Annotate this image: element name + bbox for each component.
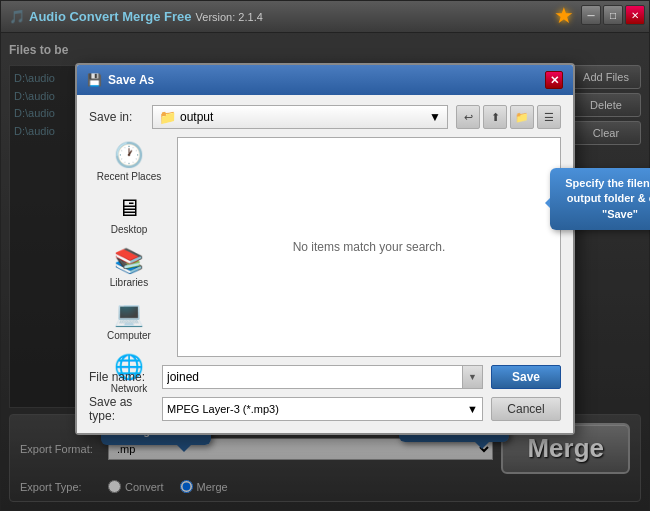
star-icon: ★	[554, 3, 574, 29]
close-button[interactable]: ✕	[625, 5, 645, 25]
nav-up-button[interactable]: ⬆	[483, 105, 507, 129]
dialog-title-bar: 💾 Save As ✕	[77, 65, 573, 95]
nav-buttons: ↩ ⬆ 📁 ☰	[456, 105, 561, 129]
folder-icon: 📁	[159, 109, 176, 125]
libraries-icon: 📚	[114, 247, 144, 275]
libraries-label: Libraries	[110, 277, 148, 288]
filename-input-wrap: ▼	[162, 365, 483, 389]
title-bar-controls: ─ □ ✕	[581, 5, 645, 25]
savetype-dropdown-icon: ▼	[467, 403, 478, 415]
filename-label: File name:	[89, 370, 154, 384]
recent-places-icon: 🕐	[114, 141, 144, 169]
savetype-combo[interactable]: MPEG Layer-3 (*.mp3) ▼	[162, 397, 483, 421]
savetype-label: Save as type:	[89, 395, 154, 423]
computer-label: Computer	[107, 330, 151, 341]
save-in-label: Save in:	[89, 110, 144, 124]
save-in-combo[interactable]: 📁 output ▼	[152, 105, 448, 129]
desktop-icon: 🖥	[117, 194, 141, 222]
dialog-sidebar: 🕐 Recent Places 🖥 Desktop 📚 Libraries	[89, 137, 169, 357]
dialog-title-text: Save As	[108, 73, 154, 87]
save-in-row: Save in: 📁 output ▼ ↩ ⬆ 📁 ☰	[89, 105, 561, 129]
no-items-text: No items match your search.	[293, 240, 446, 254]
title-bar: 🎵 Audio Convert Merge Free Version: 2.1.…	[1, 1, 649, 33]
nav-back-button[interactable]: ↩	[456, 105, 480, 129]
minimize-button[interactable]: ─	[581, 5, 601, 25]
app-window: 🎵 Audio Convert Merge Free Version: 2.1.…	[0, 0, 650, 511]
dialog-body: Save in: 📁 output ▼ ↩ ⬆ 📁 ☰	[77, 95, 573, 433]
dialog-title-left: 💾 Save As	[87, 73, 154, 87]
places-libraries[interactable]: 📚 Libraries	[89, 243, 169, 292]
dialog-title-icon: 💾	[87, 73, 102, 87]
dialog-main: 🕐 Recent Places 🖥 Desktop 📚 Libraries	[89, 137, 561, 357]
nav-new-folder-button[interactable]: 📁	[510, 105, 534, 129]
combo-dropdown-icon: ▼	[429, 110, 441, 124]
places-recent[interactable]: 🕐 Recent Places	[89, 137, 169, 186]
save-as-dialog: 💾 Save As ✕ Save in: 📁 output	[75, 63, 575, 435]
app-body: Files to be D:\audio D:\audio D:\audio D…	[1, 33, 649, 510]
app-icon: 🎵	[9, 9, 25, 24]
file-browser: No items match your search. Specify the …	[177, 137, 561, 357]
places-desktop[interactable]: 🖥 Desktop	[89, 190, 169, 239]
app-name: Audio Convert Merge Free	[29, 9, 192, 24]
nav-view-button[interactable]: ☰	[537, 105, 561, 129]
filename-input[interactable]	[162, 365, 463, 389]
desktop-label: Desktop	[111, 224, 148, 235]
restore-button[interactable]: □	[603, 5, 623, 25]
save-in-value: output	[180, 110, 213, 124]
savetype-value: MPEG Layer-3 (*.mp3)	[167, 403, 279, 415]
recent-places-label: Recent Places	[97, 171, 161, 182]
network-label: Network	[111, 383, 148, 394]
save-button[interactable]: Save	[491, 365, 561, 389]
dialog-close-button[interactable]: ✕	[545, 71, 563, 89]
savetype-row: Save as type: MPEG Layer-3 (*.mp3) ▼ Can…	[89, 395, 561, 423]
title-bar-text: 🎵 Audio Convert Merge Free Version: 2.1.…	[9, 9, 263, 24]
app-version: Version: 2.1.4	[196, 11, 263, 23]
dialog-tooltip: Specify the filename, output folder & cl…	[550, 168, 650, 230]
cancel-button[interactable]: Cancel	[491, 397, 561, 421]
dialog-overlay: 💾 Save As ✕ Save in: 📁 output	[1, 33, 649, 510]
computer-icon: 💻	[114, 300, 144, 328]
places-computer[interactable]: 💻 Computer	[89, 296, 169, 345]
filename-dropdown[interactable]: ▼	[463, 365, 483, 389]
